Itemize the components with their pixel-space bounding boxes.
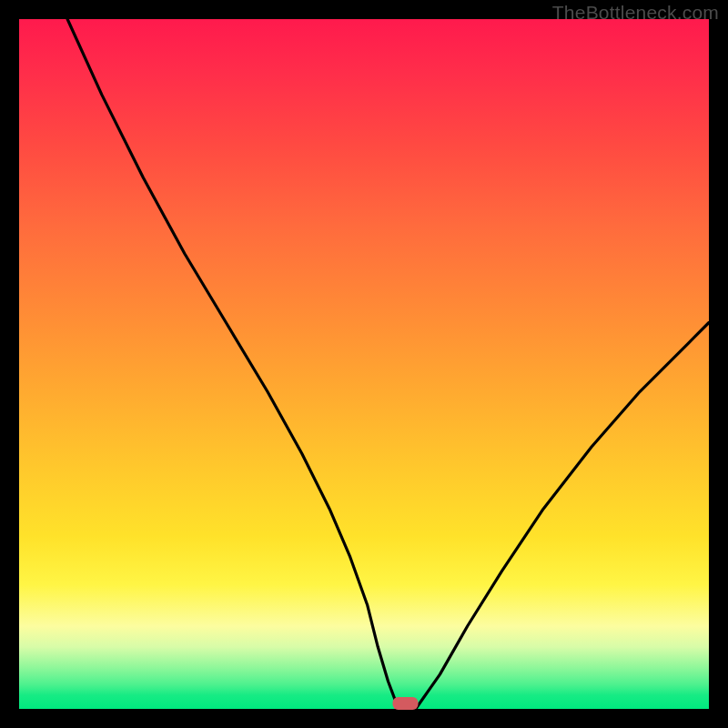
watermark-text: TheBottleneck.com: [552, 2, 719, 24]
curve-svg: [19, 19, 709, 709]
optimum-marker: [393, 697, 419, 710]
bottleneck-curve: [67, 19, 709, 709]
chart-frame: TheBottleneck.com: [0, 0, 728, 728]
plot-area: [19, 19, 709, 709]
